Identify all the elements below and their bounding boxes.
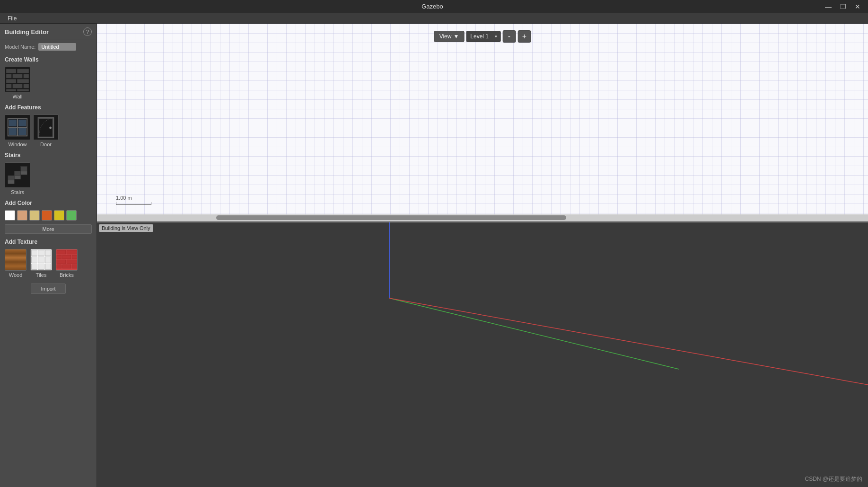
svg-rect-39	[67, 260, 78, 264]
import-button[interactable]: Import	[31, 283, 65, 294]
level-select[interactable]: Level 1 Level 2 Level 3	[466, 31, 500, 42]
window-label: Window	[8, 142, 26, 147]
color-yellow[interactable]	[54, 210, 64, 221]
svg-rect-8	[6, 84, 12, 89]
color-white[interactable]	[5, 210, 15, 221]
editor-scrollbar-thumb[interactable]	[216, 215, 566, 220]
more-button[interactable]: More	[5, 224, 92, 234]
svg-rect-17	[9, 120, 17, 126]
minimize-button[interactable]: —	[822, 2, 834, 11]
editor-grid[interactable]: View ▼ Level 1 Level 2 Level 3 - +	[97, 24, 868, 221]
menu-file[interactable]: File	[3, 14, 21, 23]
door-svg	[34, 115, 58, 140]
model-name-row: Model Name:	[0, 39, 96, 53]
sidebar-title: Building Editor	[5, 28, 49, 35]
level-plus-button[interactable]: +	[517, 30, 531, 43]
window-icon	[5, 115, 30, 140]
tool-window[interactable]: Window	[5, 115, 30, 147]
svg-rect-33	[57, 250, 66, 254]
menubar: File	[0, 13, 868, 24]
level-select-wrapper[interactable]: Level 1 Level 2 Level 3	[466, 31, 500, 42]
svg-rect-5	[24, 74, 29, 78]
stairs-icon	[5, 162, 30, 188]
section-create-walls: Create Walls	[0, 53, 96, 65]
svg-rect-1	[6, 69, 16, 73]
svg-rect-36	[62, 255, 71, 259]
window-svg	[5, 115, 30, 140]
titlebar: Gazebo — ❐ ✕	[0, 0, 868, 13]
window-controls[interactable]: — ❐ ✕	[822, 2, 863, 11]
main-layout: Building Editor ? Model Name: Create Wal…	[0, 24, 868, 487]
svg-line-44	[389, 298, 679, 369]
svg-rect-11	[6, 89, 16, 91]
svg-rect-10	[24, 84, 29, 89]
svg-rect-28	[14, 176, 20, 179]
wood-icon	[5, 249, 26, 271]
bricks-icon	[56, 249, 78, 271]
color-khaki[interactable]	[29, 210, 40, 221]
level-minus-button[interactable]: -	[502, 30, 516, 43]
svg-rect-31	[21, 167, 27, 171]
content-area: View ▼ Level 1 Level 2 Level 3 - +	[97, 24, 868, 487]
color-orange[interactable]	[42, 210, 52, 221]
sidebar-header: Building Editor ?	[0, 24, 96, 39]
add-features-tools: Window Door	[0, 113, 96, 149]
stairs-tools: Stairs	[0, 160, 96, 197]
wall-svg	[5, 67, 30, 92]
watermark: CSDN @还是要追梦的	[805, 475, 862, 483]
svg-rect-30	[21, 171, 27, 175]
wood-pattern	[5, 249, 26, 270]
color-tan[interactable]	[17, 210, 27, 221]
section-stairs-title: Stairs	[0, 149, 96, 160]
svg-rect-4	[12, 74, 22, 78]
scale-text: 1.00 m	[116, 195, 151, 201]
svg-rect-40	[57, 265, 61, 268]
texture-tiles[interactable]: Tiles	[30, 249, 52, 278]
svg-rect-6	[6, 79, 16, 83]
svg-rect-42	[72, 265, 78, 268]
svg-rect-26	[8, 180, 14, 184]
door-icon	[33, 115, 59, 140]
view-button[interactable]: View ▼	[434, 31, 465, 42]
svg-rect-27	[8, 176, 14, 180]
model-name-label: Model Name:	[5, 44, 35, 50]
texture-wood[interactable]: Wood	[5, 249, 26, 278]
texture-bricks[interactable]: Bricks	[56, 249, 78, 278]
svg-rect-29	[14, 171, 20, 176]
editor-toolbar: View ▼ Level 1 Level 2 Level 3 - +	[434, 30, 531, 43]
tool-wall[interactable]: Wall	[5, 67, 30, 99]
model-name-input[interactable]	[38, 43, 76, 51]
close-button[interactable]: ✕	[852, 2, 863, 11]
help-button[interactable]: ?	[83, 27, 92, 36]
editor-scrollbar[interactable]	[97, 214, 868, 221]
texture-tools: Wood Tiles	[0, 247, 96, 280]
svg-rect-2	[17, 69, 29, 73]
svg-point-24	[49, 127, 52, 129]
wall-icon	[5, 67, 30, 92]
section-add-features: Add Features	[0, 101, 96, 113]
svg-rect-41	[62, 265, 71, 268]
door-label: Door	[40, 142, 52, 147]
axes-canvas	[97, 222, 868, 487]
scale-indicator: 1.00 m	[116, 195, 151, 205]
svg-rect-20	[18, 128, 26, 135]
maximize-button[interactable]: ❐	[837, 2, 849, 11]
section-add-texture: Add Texture	[0, 236, 96, 247]
tool-door[interactable]: Door	[33, 115, 59, 147]
svg-rect-7	[17, 79, 29, 83]
wood-label: Wood	[9, 272, 23, 278]
bricks-label: Bricks	[60, 272, 74, 278]
svg-line-45	[389, 298, 868, 402]
stairs-label: Stairs	[11, 189, 24, 195]
tiles-pattern	[31, 249, 52, 270]
svg-rect-34	[67, 250, 78, 254]
tool-stairs[interactable]: Stairs	[5, 162, 30, 195]
svg-rect-18	[18, 120, 26, 126]
editor-panel[interactable]: View ▼ Level 1 Level 2 Level 3 - +	[97, 24, 868, 222]
bricks-svg	[56, 249, 78, 271]
svg-rect-38	[57, 260, 66, 264]
scale-bar	[116, 202, 151, 205]
color-green[interactable]	[66, 210, 77, 221]
svg-rect-37	[72, 255, 78, 259]
view-arrow: ▼	[453, 33, 459, 40]
